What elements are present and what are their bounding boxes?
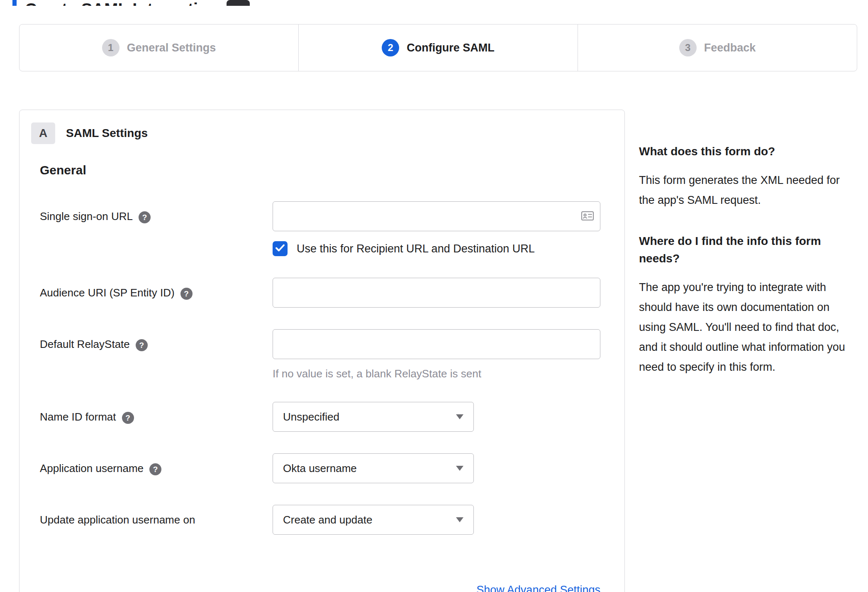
advanced-spacer <box>40 556 273 592</box>
relay-state-input-wrap <box>273 329 600 359</box>
help-icon[interactable]: ? <box>122 412 134 424</box>
form-row-sso-url: Single sign-on URL? <box>40 201 612 256</box>
sso-url-input-wrap <box>273 201 600 231</box>
sso-url-input[interactable] <box>273 201 600 231</box>
help-icon[interactable]: ? <box>136 339 148 351</box>
panel-title: SAML Settings <box>66 127 148 140</box>
step-label: Feedback <box>704 42 756 54</box>
form-row-audience-uri: Audience URI (SP Entity ID)? <box>40 278 612 308</box>
audience-uri-control <box>273 278 612 308</box>
chevron-down-icon <box>456 466 463 471</box>
chevron-down-icon <box>456 414 463 419</box>
name-id-format-value: Unspecified <box>283 411 339 423</box>
update-username-label: Update application username on <box>40 505 273 535</box>
contact-card-icon <box>581 210 594 223</box>
help-icon[interactable]: ? <box>139 211 151 223</box>
form-row-app-username: Application username? Okta username <box>40 453 612 483</box>
saml-settings-panel: A SAML Settings General Single sign-on U… <box>19 110 625 592</box>
audience-uri-input-wrap <box>273 278 600 308</box>
relay-state-hint: If no value is set, a blank RelayState i… <box>273 367 612 380</box>
recipient-url-checkbox-row: Use this for Recipient URL and Destinati… <box>273 241 612 256</box>
step-feedback[interactable]: 3 Feedback <box>578 24 857 71</box>
relay-state-input[interactable] <box>273 329 600 359</box>
form-row-update-username: Update application username on Create an… <box>40 505 612 535</box>
panel-header: A SAML Settings <box>20 110 624 144</box>
step-label: General Settings <box>127 42 216 54</box>
panel-body: General Single sign-on URL? <box>20 163 624 592</box>
help-icon[interactable]: ? <box>149 463 161 475</box>
step-number: 2 <box>382 39 399 56</box>
page-title: Create SAML Integration <box>25 0 218 6</box>
step-configure-saml[interactable]: 2 Configure SAML <box>298 24 578 71</box>
help-sidebar: What does this form do? This form genera… <box>639 110 857 399</box>
advanced-row: Show Advanced Settings <box>273 584 600 592</box>
name-id-format-select[interactable]: Unspecified <box>273 402 474 432</box>
page-header-clipped: Create SAML Integration <box>12 0 868 6</box>
help-icon[interactable]: ? <box>180 288 193 300</box>
audience-uri-input[interactable] <box>273 278 600 308</box>
header-badge-icon <box>227 0 250 6</box>
sidebar-heading-what: What does this form do? <box>639 143 857 160</box>
relay-state-control: If no value is set, a blank RelayState i… <box>273 329 612 380</box>
advanced-control: Show Advanced Settings <box>273 556 612 592</box>
sidebar-text-where: The app you're trying to integrate with … <box>639 277 857 377</box>
app-username-label-text: Application username <box>40 462 144 475</box>
sso-url-label-text: Single sign-on URL <box>40 210 133 223</box>
sidebar-text-what: This form generates the XML needed for t… <box>639 170 857 210</box>
sso-url-control: Use this for Recipient URL and Destinati… <box>273 201 612 256</box>
audience-uri-label-text: Audience URI (SP Entity ID) <box>40 286 175 299</box>
relay-state-label-text: Default RelayState <box>40 338 130 350</box>
title-accent-bar <box>12 0 17 6</box>
name-id-format-label: Name ID format? <box>40 402 273 432</box>
sso-url-label: Single sign-on URL? <box>40 201 273 256</box>
step-label: Configure SAML <box>407 42 494 54</box>
recipient-url-checkbox-label: Use this for Recipient URL and Destinati… <box>297 242 535 255</box>
sidebar-heading-where: Where do I find the info this form needs… <box>639 232 857 267</box>
step-number: 3 <box>679 39 697 56</box>
app-username-value: Okta username <box>283 462 357 475</box>
section-a-badge: A <box>31 122 55 144</box>
wizard-stepper: 1 General Settings 2 Configure SAML 3 Fe… <box>19 24 857 71</box>
update-username-select[interactable]: Create and update <box>273 505 474 535</box>
name-id-format-control: Unspecified <box>273 402 612 432</box>
chevron-down-icon <box>456 517 463 522</box>
relay-state-label: Default RelayState? <box>40 329 273 380</box>
step-number: 1 <box>102 39 119 56</box>
name-id-format-label-text: Name ID format <box>40 411 116 423</box>
recipient-url-checkbox[interactable] <box>273 241 288 256</box>
form-row-relay-state: Default RelayState? If no value is set, … <box>40 329 612 380</box>
content-area: A SAML Settings General Single sign-on U… <box>19 110 857 592</box>
audience-uri-label: Audience URI (SP Entity ID)? <box>40 278 273 308</box>
form-row-name-id-format: Name ID format? Unspecified <box>40 402 612 432</box>
app-username-select[interactable]: Okta username <box>273 453 474 483</box>
general-heading: General <box>40 163 612 177</box>
form-row-advanced: Show Advanced Settings <box>40 556 612 592</box>
step-general-settings[interactable]: 1 General Settings <box>20 24 298 71</box>
saml-form: Single sign-on URL? <box>40 201 612 592</box>
update-username-value: Create and update <box>283 514 372 526</box>
show-advanced-settings-link[interactable]: Show Advanced Settings <box>476 584 600 592</box>
update-username-control: Create and update <box>273 505 612 535</box>
check-icon <box>275 244 285 254</box>
update-username-label-text: Update application username on <box>40 514 195 526</box>
app-username-control: Okta username <box>273 453 612 483</box>
app-username-label: Application username? <box>40 453 273 483</box>
